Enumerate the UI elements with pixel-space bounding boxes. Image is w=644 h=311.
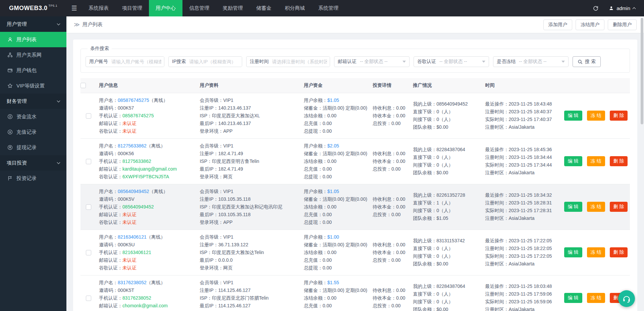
user-menu[interactable]: admin [609,5,635,11]
scrollbar-thumb[interactable] [641,18,643,124]
sidebar-item-vip-settings[interactable]: VIP等级设置 [0,78,66,94]
username-link[interactable]: 81275633862 [118,143,147,148]
isp: 印度尼西亚大雅加达Telin [212,250,264,255]
field-label: 储蓄金： [304,151,323,156]
edit-button[interactable]: 编 辑 [564,202,582,212]
nav-item-project-management[interactable]: 项目管理 [115,0,149,16]
freeze-status-value: -- 全部状态 -- [519,59,559,65]
sidebar-item-user-wallet[interactable]: 用户钱包 [0,63,66,78]
sidebar-item-user-list[interactable]: 用户列表 [0,32,66,47]
freeze-button[interactable]: 冻 结 [587,293,605,303]
sidebar-item-invest-records[interactable]: 投资记录 [0,171,66,186]
nav-item-system-reports[interactable]: 系统报表 [82,0,115,16]
add-user-button[interactable]: 添加用户 [543,19,572,30]
field-label: 间接下级： [413,299,436,304]
total-recharge: 0.00 [323,257,332,263]
indirect-subordinates: 0（人） [436,253,453,259]
register-ip: 36.71.139.122 [218,242,249,247]
freeze-status-select[interactable]: 是否冻结 -- 全部状态 -- [493,56,569,67]
delete-button[interactable]: 删 除 [610,202,628,212]
wallet-icon [7,68,13,73]
field-label: 邮箱认证： [99,303,122,308]
phone-cert: 085640949452 [122,204,154,209]
nav-item-reward-management[interactable]: 奖励管理 [216,0,250,16]
savings: 活期(0.00) 定期(0.00) [323,288,367,293]
nav-item-user-center[interactable]: 用户中心 [149,0,182,16]
nav-item-info-management[interactable]: 信息管理 [182,0,216,16]
register-time: 2023-11-25 18:34:44 [508,154,552,160]
balance-link[interactable]: $1.55 [327,280,339,285]
row-checkbox[interactable] [86,159,91,164]
row-checkbox[interactable] [86,113,91,119]
navbar-right: admin [593,0,644,16]
sidebar-item-user-network[interactable]: 用户关系网 [0,47,66,63]
logo-version: TP5.1 [49,4,58,7]
sidebar-item-fund-flow[interactable]: 资金流水 [0,109,66,124]
field-label: 总投资： [373,212,391,217]
username-link[interactable]: 82163406121 [118,234,147,240]
edit-button[interactable]: 编 辑 [564,293,582,303]
field-label: 我的上级： [413,284,436,289]
field-label: 冻结余额： [304,159,327,164]
field-label: 邀请码： [99,105,118,111]
balance-link[interactable]: $2.05 [327,143,339,148]
user-funds-cell: 用户余额：$2.05 储蓄金：活期(0.00) 定期(0.00) 冻结余额：0.… [304,138,373,184]
header-actions [564,78,630,93]
isp: 印度尼西亚明古鲁Telin [212,159,259,164]
balance-link[interactable]: $1.05 [327,98,339,103]
sidebar-group-investment[interactable]: 项目投资 [0,155,66,171]
freeze-button[interactable]: 冻 结 [587,202,605,212]
delete-button[interactable]: 删 除 [610,247,628,257]
search-button[interactable]: 搜 索 [573,56,601,67]
google-cert-select[interactable]: 谷歌认证 -- 全部状态 -- [414,56,489,67]
pending-interest: 0.00 [396,196,405,202]
parent-user: 82261352728 [436,192,465,198]
sidebar-toggle-icon[interactable]: ☰ [66,0,82,16]
row-checkbox[interactable] [86,296,91,301]
field-label: 总投资： [373,121,391,126]
edit-button[interactable]: 编 辑 [564,156,582,166]
frozen-balance: 0.00 [327,159,336,164]
edit-button[interactable]: 编 辑 [564,111,582,121]
total-withdraw: 0.00 [323,128,332,134]
sidebar-group-finance[interactable]: 财务管理 [0,94,66,109]
delete-button[interactable]: 删 除 [610,111,628,121]
nav-item-savings[interactable]: 储蓄金 [250,0,278,16]
freeze-button[interactable]: 冻 结 [587,111,605,121]
customer-service-button[interactable] [618,290,635,307]
balance-link[interactable]: $1.00 [327,234,339,240]
freeze-user-button[interactable]: 冻结用户 [576,19,604,30]
promotion-cell: 我的上级：82261352728 直接下级：1（人） 间接下级：0（人） 团队余… [413,184,485,230]
account-input[interactable] [111,57,164,67]
sidebar-group-user-management[interactable]: 用户管理 [0,16,66,32]
nav-item-points-mall[interactable]: 积分商城 [278,0,312,16]
email-cert-select[interactable]: 邮箱认证 -- 全部状态 -- [334,56,410,67]
vertical-scrollbar[interactable] [641,16,643,311]
refresh-icon[interactable] [593,5,599,11]
real-time: 2023-11-25 16:59:06 [508,299,552,304]
register-time-input[interactable] [272,57,330,67]
team-balance: $0.00 [436,307,448,311]
sidebar-item-recharge-records[interactable]: 充值记录 [0,124,66,140]
username-link[interactable]: 085640949452 [118,189,149,194]
username-link[interactable]: 085876745275 [118,98,149,103]
table-row: 用户名：83176238052（离线） 邀请码：000K5T 手机认证：8317… [80,275,630,311]
caret-down-icon [561,61,565,63]
delete-user-button[interactable]: 删除用户 [608,19,637,30]
sidebar-item-withdraw-records[interactable]: 提现记录 [0,140,66,155]
select-all-checkbox[interactable] [80,83,86,88]
savings: 活期(0.00) 定期(0.00) [323,196,367,202]
row-checkbox[interactable] [86,250,91,255]
ip-search-input[interactable] [189,57,242,67]
nav-item-system-management[interactable]: 系统管理 [312,0,345,16]
invest-detail-cell: 待收利息：0.00 待收本金：0.00 总投资：0.00 [373,184,413,230]
edit-button[interactable]: 编 辑 [564,247,582,257]
freeze-button[interactable]: 冻 结 [587,156,605,166]
username-link[interactable]: 83176238052 [118,280,147,285]
delete-button[interactable]: 删 除 [610,156,628,166]
balance-link[interactable]: $1.05 [327,189,339,194]
freeze-button[interactable]: 冻 结 [587,247,605,257]
register-time: 2023-11-25 18:22:05 [508,246,552,251]
email-cert-label: 邮箱认证 [334,59,360,65]
row-checkbox[interactable] [86,204,91,210]
